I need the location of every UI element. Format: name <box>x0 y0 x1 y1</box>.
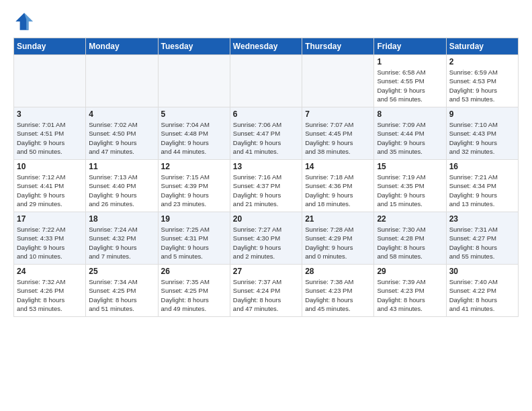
calendar-cell: 14Sunrise: 7:18 AM Sunset: 4:36 PM Dayli… <box>302 160 374 212</box>
day-number: 19 <box>161 214 227 224</box>
calendar-col-header: Monday <box>86 38 158 55</box>
calendar-cell: 5Sunrise: 7:04 AM Sunset: 4:48 PM Daylig… <box>158 107 230 160</box>
day-info: Sunrise: 7:39 AM Sunset: 4:23 PM Dayligh… <box>377 277 443 313</box>
day-info: Sunrise: 6:58 AM Sunset: 4:55 PM Dayligh… <box>377 68 443 103</box>
day-info: Sunrise: 7:35 AM Sunset: 4:25 PM Dayligh… <box>161 277 227 313</box>
calendar-col-header: Friday <box>374 38 446 55</box>
calendar-week-row: 1Sunrise: 6:58 AM Sunset: 4:55 PM Daylig… <box>14 55 519 107</box>
calendar-cell: 26Sunrise: 7:35 AM Sunset: 4:25 PM Dayli… <box>158 265 230 317</box>
calendar-cell: 8Sunrise: 7:09 AM Sunset: 4:44 PM Daylig… <box>374 107 446 160</box>
logo <box>13 11 39 32</box>
day-info: Sunrise: 7:32 AM Sunset: 4:26 PM Dayligh… <box>17 277 83 313</box>
calendar-cell: 27Sunrise: 7:37 AM Sunset: 4:24 PM Dayli… <box>230 265 302 317</box>
day-info: Sunrise: 7:16 AM Sunset: 4:37 PM Dayligh… <box>233 173 299 208</box>
header <box>13 11 519 32</box>
day-info: Sunrise: 7:37 AM Sunset: 4:24 PM Dayligh… <box>233 277 299 313</box>
calendar-cell: 10Sunrise: 7:12 AM Sunset: 4:41 PM Dayli… <box>14 160 86 212</box>
day-info: Sunrise: 7:10 AM Sunset: 4:43 PM Dayligh… <box>449 120 515 156</box>
calendar-header-row: SundayMondayTuesdayWednesdayThursdayFrid… <box>14 38 519 55</box>
day-number: 16 <box>449 162 515 171</box>
calendar-col-header: Tuesday <box>158 38 230 55</box>
day-number: 24 <box>17 267 83 276</box>
page: SundayMondayTuesdayWednesdayThursdayFrid… <box>0 0 532 411</box>
calendar-cell: 3Sunrise: 7:01 AM Sunset: 4:51 PM Daylig… <box>14 107 86 160</box>
day-number: 28 <box>305 267 371 276</box>
calendar-week-row: 10Sunrise: 7:12 AM Sunset: 4:41 PM Dayli… <box>14 160 519 212</box>
day-number: 22 <box>377 214 443 224</box>
calendar-table: SundayMondayTuesdayWednesdayThursdayFrid… <box>13 38 519 317</box>
day-info: Sunrise: 6:59 AM Sunset: 4:53 PM Dayligh… <box>449 68 515 103</box>
day-info: Sunrise: 7:13 AM Sunset: 4:40 PM Dayligh… <box>89 173 154 208</box>
day-info: Sunrise: 7:31 AM Sunset: 4:27 PM Dayligh… <box>449 225 515 261</box>
day-info: Sunrise: 7:21 AM Sunset: 4:34 PM Dayligh… <box>449 173 515 208</box>
calendar-cell: 9Sunrise: 7:10 AM Sunset: 4:43 PM Daylig… <box>446 107 518 160</box>
day-number: 7 <box>305 109 371 119</box>
day-info: Sunrise: 7:38 AM Sunset: 4:23 PM Dayligh… <box>305 277 371 313</box>
day-number: 11 <box>89 162 154 171</box>
calendar-col-header: Sunday <box>14 38 86 55</box>
day-info: Sunrise: 7:12 AM Sunset: 4:41 PM Dayligh… <box>17 173 83 208</box>
day-info: Sunrise: 7:09 AM Sunset: 4:44 PM Dayligh… <box>377 120 443 156</box>
calendar-cell: 21Sunrise: 7:28 AM Sunset: 4:29 PM Dayli… <box>302 212 374 265</box>
day-info: Sunrise: 7:07 AM Sunset: 4:45 PM Dayligh… <box>305 120 371 156</box>
calendar-cell <box>86 55 158 107</box>
calendar-cell: 6Sunrise: 7:06 AM Sunset: 4:47 PM Daylig… <box>230 107 302 160</box>
calendar-cell: 30Sunrise: 7:40 AM Sunset: 4:22 PM Dayli… <box>446 265 518 317</box>
calendar-cell: 15Sunrise: 7:19 AM Sunset: 4:35 PM Dayli… <box>374 160 446 212</box>
calendar-cell: 24Sunrise: 7:32 AM Sunset: 4:26 PM Dayli… <box>14 265 86 317</box>
day-info: Sunrise: 7:06 AM Sunset: 4:47 PM Dayligh… <box>233 120 299 156</box>
day-number: 17 <box>17 214 83 224</box>
day-number: 8 <box>377 109 443 119</box>
day-info: Sunrise: 7:18 AM Sunset: 4:36 PM Dayligh… <box>305 173 371 208</box>
calendar-cell: 2Sunrise: 6:59 AM Sunset: 4:53 PM Daylig… <box>446 55 518 107</box>
calendar-cell: 1Sunrise: 6:58 AM Sunset: 4:55 PM Daylig… <box>374 55 446 107</box>
day-info: Sunrise: 7:01 AM Sunset: 4:51 PM Dayligh… <box>17 120 83 156</box>
day-number: 6 <box>233 109 299 119</box>
calendar-week-row: 17Sunrise: 7:22 AM Sunset: 4:33 PM Dayli… <box>14 212 519 265</box>
day-number: 4 <box>89 109 154 119</box>
day-info: Sunrise: 7:02 AM Sunset: 4:50 PM Dayligh… <box>89 120 154 156</box>
calendar-col-header: Wednesday <box>230 38 302 55</box>
day-info: Sunrise: 7:30 AM Sunset: 4:28 PM Dayligh… <box>377 225 443 261</box>
day-number: 20 <box>233 214 299 224</box>
day-number: 5 <box>161 109 227 119</box>
calendar-cell: 19Sunrise: 7:25 AM Sunset: 4:31 PM Dayli… <box>158 212 230 265</box>
day-number: 13 <box>233 162 299 171</box>
calendar-cell: 28Sunrise: 7:38 AM Sunset: 4:23 PM Dayli… <box>302 265 374 317</box>
day-number: 10 <box>17 162 83 171</box>
calendar-cell: 23Sunrise: 7:31 AM Sunset: 4:27 PM Dayli… <box>446 212 518 265</box>
day-number: 29 <box>377 267 443 276</box>
day-number: 2 <box>449 57 515 66</box>
day-number: 12 <box>161 162 227 171</box>
calendar-cell: 22Sunrise: 7:30 AM Sunset: 4:28 PM Dayli… <box>374 212 446 265</box>
calendar-cell: 13Sunrise: 7:16 AM Sunset: 4:37 PM Dayli… <box>230 160 302 212</box>
calendar-week-row: 3Sunrise: 7:01 AM Sunset: 4:51 PM Daylig… <box>14 107 519 160</box>
day-number: 30 <box>449 267 515 276</box>
calendar-cell <box>14 55 86 107</box>
calendar-cell: 4Sunrise: 7:02 AM Sunset: 4:50 PM Daylig… <box>86 107 158 160</box>
day-number: 15 <box>377 162 443 171</box>
day-info: Sunrise: 7:34 AM Sunset: 4:25 PM Dayligh… <box>89 277 154 313</box>
logo-icon <box>13 11 35 32</box>
day-info: Sunrise: 7:27 AM Sunset: 4:30 PM Dayligh… <box>233 225 299 261</box>
calendar-cell <box>302 55 374 107</box>
day-number: 23 <box>449 214 515 224</box>
day-number: 21 <box>305 214 371 224</box>
calendar-cell: 25Sunrise: 7:34 AM Sunset: 4:25 PM Dayli… <box>86 265 158 317</box>
calendar-week-row: 24Sunrise: 7:32 AM Sunset: 4:26 PM Dayli… <box>14 265 519 317</box>
day-info: Sunrise: 7:24 AM Sunset: 4:32 PM Dayligh… <box>89 225 154 261</box>
day-number: 3 <box>17 109 83 119</box>
calendar-cell: 18Sunrise: 7:24 AM Sunset: 4:32 PM Dayli… <box>86 212 158 265</box>
day-number: 14 <box>305 162 371 171</box>
calendar-cell: 11Sunrise: 7:13 AM Sunset: 4:40 PM Dayli… <box>86 160 158 212</box>
day-info: Sunrise: 7:22 AM Sunset: 4:33 PM Dayligh… <box>17 225 83 261</box>
calendar-cell <box>158 55 230 107</box>
day-number: 1 <box>377 57 443 66</box>
calendar-cell: 29Sunrise: 7:39 AM Sunset: 4:23 PM Dayli… <box>374 265 446 317</box>
day-info: Sunrise: 7:04 AM Sunset: 4:48 PM Dayligh… <box>161 120 227 156</box>
day-number: 25 <box>89 267 154 276</box>
calendar-cell: 16Sunrise: 7:21 AM Sunset: 4:34 PM Dayli… <box>446 160 518 212</box>
day-info: Sunrise: 7:25 AM Sunset: 4:31 PM Dayligh… <box>161 225 227 261</box>
calendar-col-header: Thursday <box>302 38 374 55</box>
calendar-cell: 12Sunrise: 7:15 AM Sunset: 4:39 PM Dayli… <box>158 160 230 212</box>
